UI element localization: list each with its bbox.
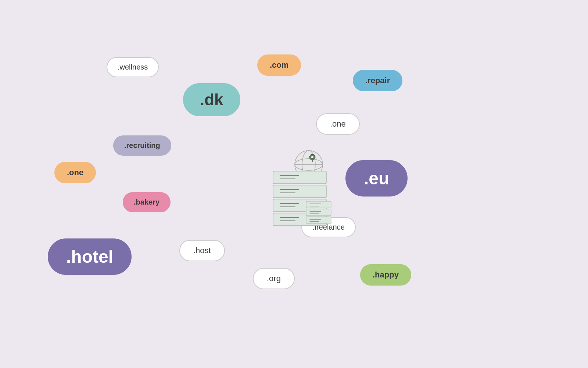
svg-rect-22 <box>306 209 331 216</box>
badge-repair: .repair <box>353 70 402 91</box>
badge-happy: .happy <box>360 264 411 286</box>
badge-one-orange: .one <box>54 162 96 183</box>
server-illustration <box>252 142 336 226</box>
svg-rect-25 <box>306 217 331 223</box>
badge-bakery: .bakery <box>123 192 171 212</box>
svg-rect-10 <box>273 185 326 198</box>
svg-rect-19 <box>306 201 331 208</box>
badge-hotel: .hotel <box>48 238 132 275</box>
badge-one-white: .one <box>316 113 360 135</box>
badge-host: .host <box>179 240 225 261</box>
svg-rect-7 <box>273 171 326 184</box>
badge-dk: .dk <box>183 83 240 116</box>
badge-wellness: .wellness <box>107 57 159 77</box>
badge-org: .org <box>253 268 295 289</box>
svg-point-5 <box>311 156 313 158</box>
badge-recruiting: .recruiting <box>113 135 171 156</box>
badge-com: .com <box>257 54 301 76</box>
badge-eu: .eu <box>345 160 408 197</box>
